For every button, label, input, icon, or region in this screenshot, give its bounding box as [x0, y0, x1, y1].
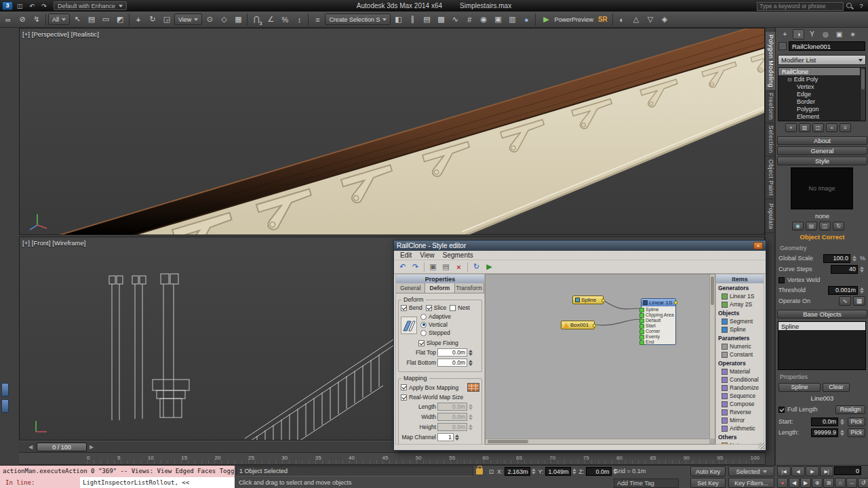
slope-fixing-checkbox[interactable]: Slope Fixing: [418, 340, 458, 346]
base-objects-list[interactable]: Spline: [778, 321, 866, 370]
build-style-icon[interactable]: [484, 262, 495, 272]
nest-checkbox[interactable]: Nest: [450, 304, 469, 311]
rollout-general[interactable]: General: [777, 146, 867, 155]
redo-icon[interactable]: [39, 1, 50, 10]
track-bar[interactable]: 0510152025303540455055606570758085909510…: [19, 453, 765, 465]
undo-icon[interactable]: [397, 262, 408, 272]
modifier-stack[interactable]: RailClone Edit Poly Vertex Edge Border P…: [778, 67, 866, 121]
tab-motion[interactable]: [820, 29, 831, 39]
select-and-move-icon[interactable]: [132, 13, 145, 26]
clear-button[interactable]: Clear: [823, 383, 850, 392]
menu-view[interactable]: View: [416, 251, 438, 259]
perspective-viewport[interactable]: [+] [Perspective] [Realistic]: [19, 28, 765, 235]
mirror-icon[interactable]: [391, 13, 405, 26]
auto-key-button[interactable]: Auto Key: [690, 466, 726, 476]
next-frame-arrow-icon[interactable]: ▶: [90, 444, 94, 450]
rollout-style[interactable]: Style: [777, 157, 867, 165]
flat-bottom-field[interactable]: 0.0m: [437, 359, 467, 367]
previous-key-button[interactable]: [789, 478, 800, 488]
realign-button[interactable]: Realign: [835, 405, 865, 414]
application-menu-button[interactable]: [2, 1, 13, 10]
item-entry[interactable]: Linear 1S: [716, 292, 764, 300]
box-node[interactable]: Box001: [561, 321, 595, 329]
current-frame-field[interactable]: 0: [834, 466, 861, 475]
save-style-button[interactable]: [819, 222, 831, 230]
item-entry[interactable]: Material: [716, 367, 764, 375]
maxscript-macro-line[interactable]: actionMan.executeAction 0 "369" -- Views…: [0, 466, 235, 477]
start-field[interactable]: 0.0m: [811, 418, 838, 426]
select-by-name-icon[interactable]: [85, 13, 98, 26]
selection-region-icon[interactable]: [99, 13, 113, 26]
flat-top-field[interactable]: 0.0m: [437, 348, 467, 357]
node-output-dot[interactable]: [593, 324, 596, 327]
state-sets-icon[interactable]: [615, 13, 629, 26]
select-and-manipulate-icon[interactable]: [217, 13, 231, 26]
redo-icon[interactable]: [410, 262, 421, 272]
show-end-result-button[interactable]: [799, 123, 810, 132]
key-mode-dropdown[interactable]: Selected: [728, 466, 774, 476]
select-object-icon[interactable]: [71, 13, 84, 26]
pin-stack-button[interactable]: [785, 123, 797, 132]
expand-icon[interactable]: [787, 76, 792, 83]
select-and-rotate-icon[interactable]: [146, 13, 159, 26]
base-object-item[interactable]: Spline: [778, 322, 865, 330]
length-field[interactable]: 99999.9: [811, 428, 838, 437]
viewport-layout-tab[interactable]: [1, 399, 9, 413]
tab-display[interactable]: [833, 29, 845, 39]
align-icon[interactable]: [406, 13, 419, 26]
viewport-layout-tab[interactable]: [1, 383, 9, 396]
go-to-start-button[interactable]: [777, 466, 791, 476]
open-style-editor-button[interactable]: [792, 222, 804, 230]
item-entry[interactable]: Sequence: [716, 392, 764, 400]
power-preview-button[interactable]: PowerPreview: [538, 13, 595, 26]
node-input-port[interactable]: Spline: [642, 306, 675, 312]
rollout-base-objects[interactable]: Base Objects: [777, 310, 867, 319]
stack-item[interactable]: RailClone: [778, 68, 865, 75]
zoom-extents-button[interactable]: [835, 478, 846, 488]
toolbar-extra-icon[interactable]: [629, 13, 643, 26]
canvas-vertical-scrollbar[interactable]: [709, 274, 715, 439]
menu-edit[interactable]: Edit: [397, 251, 415, 259]
help-icon[interactable]: [856, 2, 867, 11]
flat-top-spinner[interactable]: [469, 348, 475, 357]
stack-scrollbar[interactable]: [860, 68, 865, 121]
linear-node-header[interactable]: Linear 1S: [642, 299, 675, 306]
previous-frame-arrow-icon[interactable]: ◀: [28, 444, 33, 450]
viewport-menu-button[interactable]: [+]: [22, 30, 30, 38]
node-input-port[interactable]: Corner: [642, 328, 675, 333]
x-coordinate-field[interactable]: 2.163m: [505, 467, 530, 476]
selection-lock-icon[interactable]: [476, 468, 483, 474]
go-to-end-button[interactable]: [820, 466, 833, 476]
close-icon[interactable]: [753, 242, 763, 249]
length-spinner[interactable]: [840, 428, 846, 437]
use-pivot-center-icon[interactable]: [203, 13, 216, 26]
zoom-all-button[interactable]: [823, 478, 834, 488]
length-pick-button[interactable]: Pick: [848, 428, 865, 437]
named-selection-dropdown[interactable]: Create Selection S: [325, 14, 391, 25]
curve-editor-icon[interactable]: [448, 13, 462, 26]
search-input[interactable]: [757, 2, 844, 11]
absolute-mode-toggle-icon[interactable]: [487, 467, 496, 476]
node-input-port[interactable]: End: [642, 339, 675, 344]
maxscript-listener-line[interactable]: LightInspectorListRollout, <<: [80, 477, 235, 488]
remove-modifier-button[interactable]: [826, 123, 837, 132]
paste-icon[interactable]: [440, 262, 452, 272]
select-and-scale-icon[interactable]: [160, 13, 174, 26]
snaps-toggle-icon[interactable]: 3: [250, 13, 263, 26]
configure-modifier-sets-button[interactable]: [840, 123, 851, 132]
global-scale-field[interactable]: 100.0: [823, 254, 850, 263]
vertex-weld-checkbox[interactable]: Vertex Weld: [778, 277, 820, 283]
flat-bottom-spinner[interactable]: [469, 359, 475, 367]
object-name-field[interactable]: RailClone001: [789, 41, 865, 51]
resize-grip[interactable]: [758, 443, 765, 449]
real-world-map-checkbox[interactable]: Real-World Map Size: [401, 394, 463, 401]
start-spinner[interactable]: [840, 418, 846, 426]
toolbar-extra-icon[interactable]: [658, 13, 671, 26]
select-and-link-icon[interactable]: [1, 13, 15, 26]
spline-node[interactable]: Spline: [572, 296, 604, 304]
stack-item[interactable]: Edge: [778, 90, 865, 98]
next-key-button[interactable]: [800, 478, 811, 488]
reference-coordinate-dropdown[interactable]: View: [174, 14, 202, 25]
stack-item[interactable]: Border: [778, 98, 865, 105]
style-editor-titlebar[interactable]: RailClone - Style editor: [394, 241, 766, 251]
